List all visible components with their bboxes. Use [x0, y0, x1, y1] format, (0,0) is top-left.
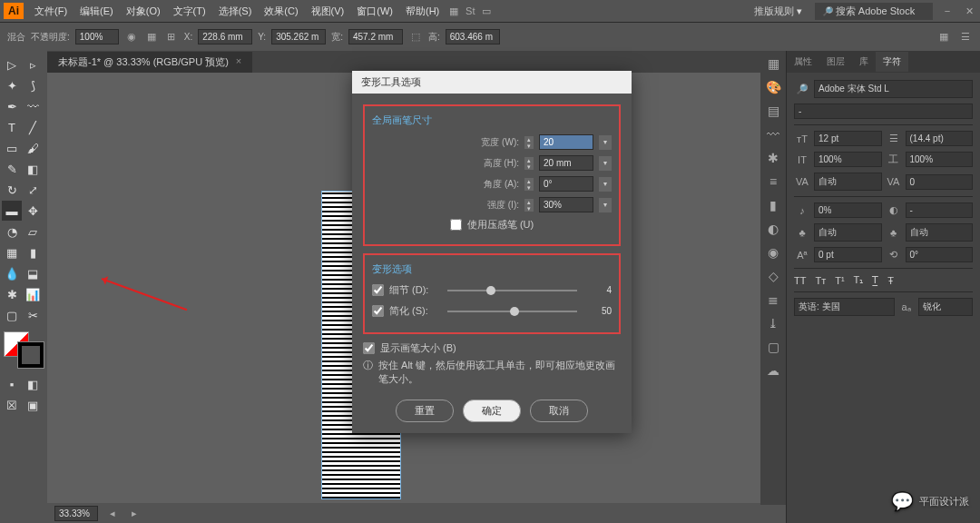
prefs-icon[interactable]: ☰ — [958, 30, 973, 44]
detail-checkbox[interactable]: 细节 (D): — [372, 283, 440, 297]
zoom-field[interactable]: 33.33% — [54, 506, 98, 521]
shaper-tool[interactable]: ✎ — [2, 159, 22, 179]
hscale-field[interactable]: 100% — [906, 152, 974, 167]
gradient-panel-icon[interactable]: ▮ — [769, 198, 777, 212]
artboards-icon[interactable]: ▢ — [768, 340, 779, 354]
search-input[interactable]: 🔎 搜索 Adobe Stock — [815, 3, 933, 20]
vscale-field[interactable]: 100% — [814, 152, 882, 167]
style-icon[interactable]: ◉ — [124, 30, 139, 44]
align-icon[interactable]: ▦ — [144, 30, 159, 44]
tab-libraries[interactable]: 库 — [852, 52, 876, 72]
tab-character[interactable]: 字符 — [876, 52, 908, 72]
font-style-field[interactable]: - — [794, 104, 973, 119]
ok-button[interactable]: 确定 — [463, 400, 521, 422]
blend-tool[interactable]: ⬓ — [23, 263, 43, 283]
x-field[interactable]: 228.6 mm — [198, 29, 252, 44]
brush-tool[interactable]: 🖌 — [23, 138, 43, 158]
swatches-icon[interactable]: ▤ — [768, 104, 779, 118]
auto1-field[interactable]: 自动 — [814, 223, 882, 242]
stroke-icon[interactable]: ≡ — [769, 174, 777, 189]
type-tool[interactable]: T — [2, 117, 22, 137]
shape-builder-tool[interactable]: ◔ — [2, 222, 22, 242]
opt1-field[interactable]: 0% — [814, 202, 882, 218]
stroke-swatch[interactable] — [18, 342, 44, 368]
document-tab[interactable]: 未标题-1* @ 33.33% (RGB/GPU 预览)× — [47, 52, 252, 73]
minimize-icon[interactable]: − — [940, 4, 955, 18]
tab-properties[interactable]: 属性 — [787, 52, 819, 72]
free-transform-tool[interactable]: ✥ — [23, 201, 43, 221]
transparency-icon[interactable]: ◐ — [768, 222, 779, 236]
tab-layers[interactable]: 图层 — [819, 52, 852, 72]
slice-tool[interactable]: ✂ — [23, 305, 43, 325]
menu-file[interactable]: 文件(F) — [29, 2, 73, 21]
language-field[interactable]: 英语: 美国 — [794, 298, 895, 316]
setup-icon[interactable]: ▦ — [936, 30, 951, 44]
intensity-field[interactable]: 30% — [539, 197, 593, 212]
angle-dropdown[interactable]: ▾ — [599, 177, 612, 192]
opacity-field[interactable]: 100% — [75, 29, 119, 44]
symbols-icon[interactable]: ✱ — [768, 151, 779, 165]
intensity-dropdown[interactable]: ▾ — [599, 198, 612, 212]
nav-prev-icon[interactable]: ◂ — [105, 506, 120, 520]
screen-mode[interactable]: ▣ — [23, 395, 43, 415]
menu-object[interactable]: 对象(O) — [121, 2, 166, 21]
smallcaps-icon[interactable]: Tт — [815, 275, 826, 286]
detail-slider[interactable] — [447, 290, 577, 291]
opt2-field[interactable]: - — [906, 202, 974, 218]
graphic-styles-icon[interactable]: ◇ — [769, 269, 779, 283]
font-size-field[interactable]: 12 pt — [814, 131, 882, 146]
tracking-field[interactable]: 0 — [906, 174, 974, 190]
gradient-tool[interactable]: ▮ — [23, 242, 43, 262]
appearance-icon[interactable]: ◉ — [768, 245, 779, 260]
direct-select-tool[interactable]: ▹ — [23, 54, 43, 74]
scale-tool[interactable]: ⤢ — [23, 180, 43, 200]
artboard-tool[interactable]: ▢ — [2, 305, 22, 325]
color-icon[interactable]: 🎨 — [766, 80, 781, 94]
cancel-button[interactable]: 取消 — [530, 400, 588, 422]
line-tool[interactable]: ╱ — [23, 117, 43, 137]
menu-view[interactable]: 视图(V) — [306, 2, 350, 21]
auto2-field[interactable]: 自动 — [906, 223, 974, 242]
height-field[interactable]: 20 mm — [539, 155, 593, 171]
selection-tool[interactable]: ▷ — [2, 54, 22, 74]
rotate-tool[interactable]: ↻ — [2, 180, 22, 200]
simplify-checkbox[interactable]: 简化 (S): — [372, 304, 440, 318]
menu-window[interactable]: 窗口(W) — [351, 2, 398, 21]
search-font-icon[interactable]: 🔎 — [794, 84, 810, 95]
anchor-icon[interactable]: ⊞ — [164, 30, 179, 44]
reset-button[interactable]: 重置 — [396, 400, 454, 422]
sub-icon[interactable]: T₁ — [854, 274, 864, 286]
menu-type[interactable]: 文字(T) — [168, 2, 211, 21]
menu-help[interactable]: 帮助(H) — [400, 2, 445, 21]
w-field[interactable]: 457.2 mm — [348, 29, 403, 44]
gradient-mode[interactable]: ◧ — [23, 374, 43, 394]
curvature-tool[interactable]: 〰 — [23, 96, 43, 116]
h-field[interactable]: 603.466 m — [446, 29, 500, 44]
baseline-field[interactable]: 0 pt — [814, 247, 882, 262]
font-family-field[interactable]: Adobe 宋体 Std L — [814, 80, 973, 98]
strike-icon[interactable]: Ŧ — [887, 275, 894, 286]
workspace-switcher[interactable]: 推版规则 ▾ — [749, 2, 808, 21]
symbol-tool[interactable]: ✱ — [2, 284, 22, 304]
show-brush-checkbox[interactable]: 显示画笔大小 (B) — [363, 341, 621, 355]
antialias-field[interactable]: 锐化 — [918, 298, 973, 316]
color-mode[interactable]: ▪ — [2, 374, 22, 394]
simplify-slider[interactable] — [447, 311, 577, 312]
eraser-tool[interactable]: ◧ — [23, 159, 43, 179]
link-icon[interactable]: ⬚ — [408, 30, 423, 44]
height-dropdown[interactable]: ▾ — [599, 156, 612, 171]
arrange-icon[interactable]: ▭ — [479, 4, 494, 18]
fill-stroke-swatch[interactable] — [4, 331, 44, 368]
menu-edit[interactable]: 编辑(E) — [74, 2, 119, 21]
properties-icon[interactable]: ▦ — [768, 56, 779, 71]
leading-field[interactable]: (14.4 pt) — [906, 131, 974, 146]
eyedropper-tool[interactable]: 💧 — [2, 263, 22, 283]
close-tab-icon[interactable]: × — [236, 55, 241, 69]
width-field[interactable]: 20 — [539, 134, 593, 150]
menu-select[interactable]: 选择(S) — [213, 2, 258, 21]
layers-icon[interactable]: ≣ — [768, 292, 779, 307]
libraries-icon[interactable]: ☁ — [767, 363, 779, 378]
mesh-tool[interactable]: ▦ — [2, 242, 22, 262]
none-mode[interactable]: ☒ — [2, 395, 22, 415]
kerning-field[interactable]: 自动 — [814, 173, 882, 191]
